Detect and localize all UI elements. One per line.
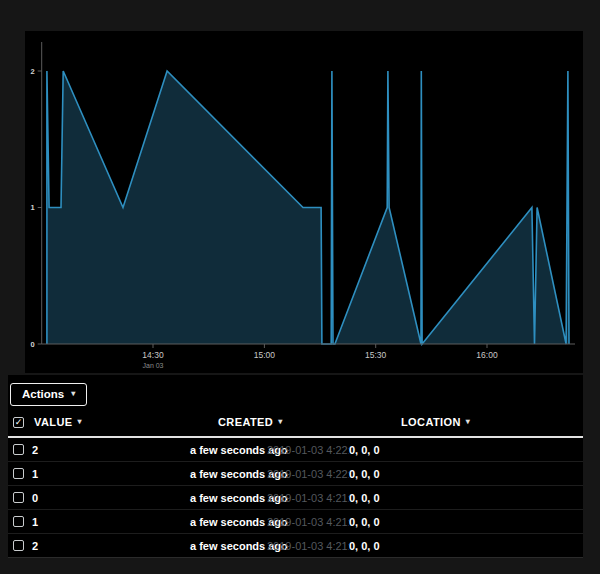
value-cell: 2 [32,540,190,552]
table-row[interactable]: 1 a few seconds ago 2019-01-03 4:21:46 p… [8,510,583,534]
value-cell: 1 [32,468,190,480]
created-timestamp-cell: 2019-01-03 4:22:12 p... [259,444,349,456]
actions-button-label: Actions [22,388,64,400]
sort-caret-icon: ▾ [77,418,81,426]
actions-button[interactable]: Actions ▾ [10,383,87,406]
sort-caret-icon: ▾ [278,418,282,426]
svg-text:2: 2 [31,67,35,76]
created-timestamp-cell: 2019-01-03 4:21:46 p... [259,516,349,528]
row-checkbox[interactable] [13,540,24,551]
column-header-created[interactable]: CREATED ▾ [218,416,283,428]
row-checkbox[interactable] [13,492,24,503]
created-relative-cell: a few seconds ago [190,492,259,504]
chevron-down-icon: ▾ [71,390,75,398]
table-row[interactable]: 2 a few seconds ago 2019-01-03 4:21:42 p… [8,534,583,558]
row-checkbox[interactable] [13,468,24,479]
svg-text:0: 0 [31,340,35,349]
created-timestamp-cell: 2019-01-03 4:21:42 p... [259,540,349,552]
row-checkbox[interactable] [13,516,24,527]
created-relative-cell: a few seconds ago [190,516,259,528]
table-row[interactable]: 1 a few seconds ago 2019-01-03 4:22:08 .… [8,462,583,486]
table-row[interactable]: 2 a few seconds ago 2019-01-03 4:22:12 p… [8,438,583,462]
created-relative-cell: a few seconds ago [190,444,259,456]
table-row[interactable]: 0 a few seconds ago 2019-01-03 4:21:50 p… [8,486,583,510]
column-header-value[interactable]: VALUE ▾ [34,416,82,428]
location-cell: 0, 0, 0 [349,492,583,504]
data-table-panel: Actions ▾ ✓ VALUE ▾ CREATED ▾ LOCATION ▾… [8,375,583,557]
timeseries-area-chart: 21014:30Jan 0315:0015:3016:00 [25,31,583,373]
checkmark-icon: ✓ [15,418,23,427]
svg-text:Jan 03: Jan 03 [142,362,163,369]
svg-text:16:00: 16:00 [476,350,498,360]
svg-text:1: 1 [31,203,35,212]
svg-text:15:30: 15:30 [365,350,387,360]
location-cell: 0, 0, 0 [349,540,583,552]
created-relative-cell: a few seconds ago [190,540,259,552]
row-checkbox[interactable] [13,444,24,455]
table-body: 2 a few seconds ago 2019-01-03 4:22:12 p… [8,438,583,558]
created-timestamp-cell: 2019-01-03 4:21:50 p... [259,492,349,504]
sort-caret-icon: ▾ [466,418,470,426]
svg-text:15:00: 15:00 [254,350,276,360]
location-cell: 0, 0, 0 [349,468,583,480]
value-cell: 1 [32,516,190,528]
chart-panel: 21014:30Jan 0315:0015:3016:00 [25,31,583,373]
column-header-location[interactable]: LOCATION ▾ [401,416,470,428]
location-cell: 0, 0, 0 [349,444,583,456]
created-relative-cell: a few seconds ago [190,468,259,480]
value-cell: 2 [32,444,190,456]
select-all-checkbox[interactable]: ✓ [13,417,24,428]
table-header-row: ✓ VALUE ▾ CREATED ▾ LOCATION ▾ [8,410,583,438]
location-cell: 0, 0, 0 [349,516,583,528]
created-timestamp-cell: 2019-01-03 4:22:08 ... [259,468,349,480]
svg-text:14:30: 14:30 [142,350,164,360]
value-cell: 0 [32,492,190,504]
